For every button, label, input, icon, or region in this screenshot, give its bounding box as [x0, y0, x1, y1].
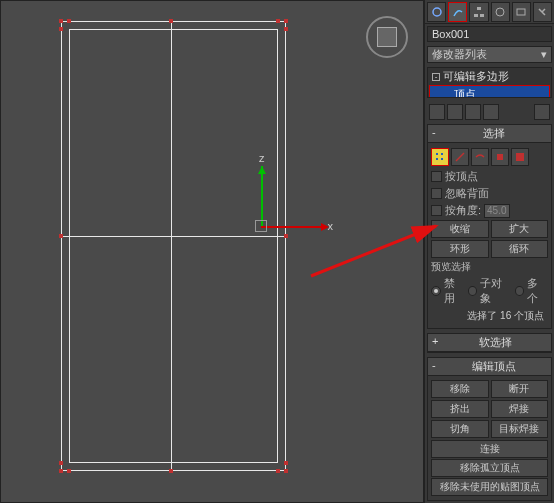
stack-modifier-label: 可编辑多边形	[443, 69, 509, 84]
by-angle-checkbox[interactable]	[431, 205, 442, 216]
vertex[interactable]	[67, 469, 71, 473]
wire-vline	[171, 21, 172, 471]
angle-spinner[interactable]: 45.0	[484, 204, 509, 218]
svg-point-1	[433, 8, 441, 16]
svg-point-5	[496, 8, 504, 16]
preview-subobj-radio[interactable]	[468, 286, 478, 296]
modifier-stack[interactable]: -可编辑多边形 顶点 边 边界 多边形 元素	[427, 67, 552, 98]
create-tab[interactable]	[427, 2, 446, 22]
grow-button[interactable]: 扩大	[491, 220, 549, 238]
preview-label: 预览选择	[431, 259, 548, 275]
chevron-down-icon: ▾	[541, 48, 547, 61]
ignore-backfacing-checkbox[interactable]	[431, 188, 442, 199]
remove-button[interactable]: 移除	[431, 380, 489, 398]
modifier-list-label: 修改器列表	[432, 47, 487, 62]
connect-button[interactable]: 连接	[431, 440, 548, 458]
remove-modifier-button[interactable]	[483, 104, 499, 120]
by-angle-label: 按角度:	[445, 203, 481, 218]
modify-tab[interactable]	[448, 2, 467, 22]
ignore-backfacing-label: 忽略背面	[445, 186, 489, 201]
vertex[interactable]	[284, 27, 288, 31]
remove-iso-button[interactable]: 移除孤立顶点	[431, 459, 548, 477]
selection-rollout: -选择 按顶点 忽略背面 按角度:45.0 收缩 扩大	[427, 124, 552, 329]
svg-line-0	[311, 226, 436, 276]
expand-sign: -	[432, 359, 436, 374]
display-tab[interactable]	[512, 2, 531, 22]
vertex[interactable]	[59, 469, 63, 473]
motion-tab[interactable]	[491, 2, 510, 22]
configure-sets-button[interactable]	[534, 104, 550, 120]
svg-rect-6	[517, 9, 525, 15]
vertex[interactable]	[59, 234, 63, 238]
edge-subobj-button[interactable]	[451, 148, 469, 166]
preview-multi-radio[interactable]	[515, 286, 525, 296]
vertex[interactable]	[59, 27, 63, 31]
shrink-button[interactable]: 收缩	[431, 220, 489, 238]
stack-modifier[interactable]: -可编辑多边形	[428, 68, 551, 85]
vertex[interactable]	[59, 19, 63, 23]
break-button[interactable]: 断开	[491, 380, 549, 398]
object-name-field[interactable]: Box001	[427, 26, 552, 42]
soft-title: 软选择	[444, 335, 547, 350]
soft-selection-header[interactable]: +软选择	[428, 334, 551, 352]
command-panel-tabs	[425, 0, 554, 24]
soft-selection-rollout: +软选择	[427, 333, 552, 353]
vertex[interactable]	[59, 461, 63, 465]
edit-vertex-header[interactable]: -编辑顶点	[428, 358, 551, 376]
extrude-button[interactable]: 挤出	[431, 400, 489, 418]
stack-toolbar	[427, 102, 552, 120]
selection-status: 选择了 16 个顶点	[431, 307, 548, 325]
weld-button[interactable]: 焊接	[491, 400, 549, 418]
selection-title: 选择	[442, 126, 547, 141]
preview-off-label: 禁用	[444, 276, 465, 306]
stack-sub-vertex[interactable]: 顶点	[429, 85, 550, 98]
wireframe-inner	[69, 29, 278, 463]
vertex[interactable]	[284, 19, 288, 23]
viewcube[interactable]	[366, 16, 408, 58]
vertex[interactable]	[276, 19, 280, 23]
expand-icon[interactable]: -	[432, 73, 440, 81]
vertex[interactable]	[169, 19, 173, 23]
viewport[interactable]	[0, 0, 424, 503]
edit-vertex-title: 编辑顶点	[442, 359, 547, 374]
ring-button[interactable]: 环形	[431, 240, 489, 258]
expand-sign: +	[432, 335, 438, 350]
element-subobj-button[interactable]	[511, 148, 529, 166]
preview-off-radio[interactable]	[431, 286, 441, 296]
selection-rollout-header[interactable]: -选择	[428, 125, 551, 143]
svg-rect-4	[480, 14, 484, 17]
target-weld-button[interactable]: 目标焊接	[491, 420, 549, 438]
wire-hline	[61, 236, 286, 237]
remove-unused-button[interactable]: 移除未使用的贴图顶点	[431, 478, 548, 496]
pin-stack-button[interactable]	[429, 104, 445, 120]
modifier-list-dropdown[interactable]: 修改器列表▾	[427, 46, 552, 63]
svg-rect-2	[477, 7, 481, 10]
by-vertex-checkbox[interactable]	[431, 171, 442, 182]
svg-rect-3	[474, 14, 478, 17]
vertex-subobj-button[interactable]	[431, 148, 449, 166]
preview-multi-label: 多个	[527, 276, 548, 306]
vertex[interactable]	[169, 469, 173, 473]
by-vertex-label: 按顶点	[445, 169, 478, 184]
make-unique-button[interactable]	[465, 104, 481, 120]
utilities-tab[interactable]	[533, 2, 552, 22]
edit-vertex-rollout: -编辑顶点 移除 断开 挤出 焊接 切角 目标焊接 连接 移除孤立顶点 移除未使…	[427, 357, 552, 501]
loop-button[interactable]: 循环	[491, 240, 549, 258]
chamfer-button[interactable]: 切角	[431, 420, 489, 438]
vertex[interactable]	[284, 461, 288, 465]
svg-line-7	[456, 153, 464, 161]
vertex[interactable]	[67, 19, 71, 23]
svg-rect-9	[516, 153, 524, 161]
vertex[interactable]	[284, 469, 288, 473]
show-end-result-button[interactable]	[447, 104, 463, 120]
vertex[interactable]	[276, 469, 280, 473]
vertex[interactable]	[284, 234, 288, 238]
subobject-buttons	[431, 146, 548, 168]
border-subobj-button[interactable]	[471, 148, 489, 166]
polygon-subobj-button[interactable]	[491, 148, 509, 166]
command-panel: Box001 修改器列表▾ -可编辑多边形 顶点 边 边界 多边形 元素 -选择	[424, 0, 554, 503]
hierarchy-tab[interactable]	[469, 2, 488, 22]
preview-subobj-label: 子对象	[480, 276, 511, 306]
svg-rect-8	[497, 154, 503, 160]
